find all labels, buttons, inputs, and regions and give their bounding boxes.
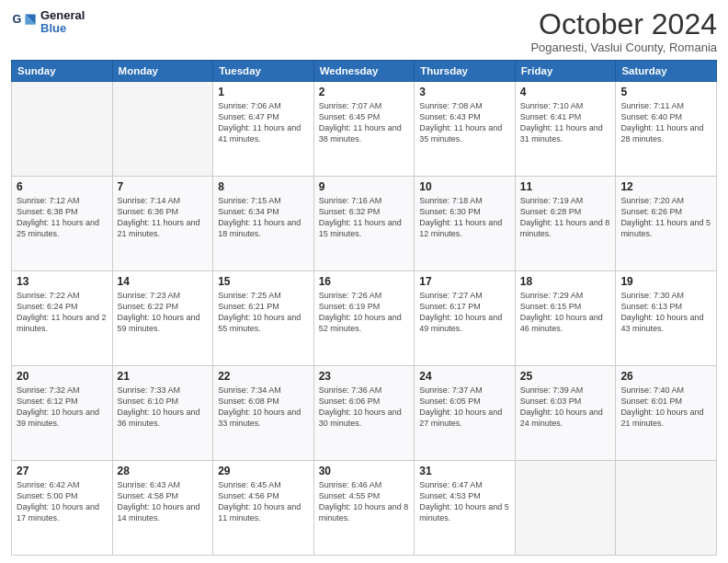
day-header-sunday: Sunday [12, 61, 113, 82]
day-info: Sunrise: 7:16 AM Sunset: 6:32 PM Dayligh… [319, 195, 410, 240]
day-cell: 27Sunrise: 6:42 AM Sunset: 5:00 PM Dayli… [12, 461, 113, 556]
day-info: Sunrise: 7:20 AM Sunset: 6:26 PM Dayligh… [620, 195, 711, 240]
day-number: 20 [17, 370, 108, 383]
day-cell: 24Sunrise: 7:37 AM Sunset: 6:05 PM Dayli… [415, 366, 516, 461]
day-cell: 15Sunrise: 7:25 AM Sunset: 6:21 PM Dayli… [213, 271, 314, 366]
day-info: Sunrise: 7:36 AM Sunset: 6:06 PM Dayligh… [319, 385, 410, 430]
calendar-body: 1Sunrise: 7:06 AM Sunset: 6:47 PM Daylig… [12, 82, 717, 556]
logo-text: General Blue [40, 9, 85, 36]
day-info: Sunrise: 7:33 AM Sunset: 6:10 PM Dayligh… [118, 385, 209, 430]
day-info: Sunrise: 7:39 AM Sunset: 6:03 PM Dayligh… [520, 385, 611, 430]
day-cell: 2Sunrise: 7:07 AM Sunset: 6:45 PM Daylig… [313, 82, 415, 177]
day-info: Sunrise: 6:42 AM Sunset: 5:00 PM Dayligh… [17, 479, 108, 524]
day-info: Sunrise: 7:18 AM Sunset: 6:30 PM Dayligh… [419, 195, 510, 240]
day-number: 11 [520, 180, 611, 193]
day-cell: 7Sunrise: 7:14 AM Sunset: 6:36 PM Daylig… [112, 177, 213, 271]
day-number: 19 [620, 275, 711, 288]
day-number: 29 [218, 465, 309, 477]
day-cell: 12Sunrise: 7:20 AM Sunset: 6:26 PM Dayli… [616, 177, 717, 271]
day-info: Sunrise: 7:37 AM Sunset: 6:05 PM Dayligh… [419, 385, 510, 430]
day-number: 15 [218, 275, 309, 288]
day-cell: 30Sunrise: 6:46 AM Sunset: 4:55 PM Dayli… [313, 461, 415, 556]
week-row-1: 6Sunrise: 7:12 AM Sunset: 6:38 PM Daylig… [12, 177, 717, 271]
day-cell: 16Sunrise: 7:26 AM Sunset: 6:19 PM Dayli… [313, 271, 415, 366]
month-title: October 2024 [530, 9, 717, 39]
header: G General Blue October 2024 Poganesti, V… [11, 9, 717, 54]
day-number: 8 [218, 180, 309, 193]
day-number: 25 [520, 370, 611, 383]
day-number: 6 [17, 180, 108, 193]
week-row-2: 13Sunrise: 7:22 AM Sunset: 6:24 PM Dayli… [12, 271, 717, 366]
day-cell: 21Sunrise: 7:33 AM Sunset: 6:10 PM Dayli… [112, 366, 213, 461]
day-info: Sunrise: 7:30 AM Sunset: 6:13 PM Dayligh… [620, 290, 711, 335]
day-cell [12, 82, 113, 177]
day-info: Sunrise: 7:29 AM Sunset: 6:15 PM Dayligh… [520, 290, 611, 335]
day-header-wednesday: Wednesday [313, 61, 415, 82]
day-number: 17 [419, 275, 510, 288]
calendar-header: SundayMondayTuesdayWednesdayThursdayFrid… [12, 61, 717, 82]
day-info: Sunrise: 6:43 AM Sunset: 4:58 PM Dayligh… [118, 479, 209, 524]
day-cell: 11Sunrise: 7:19 AM Sunset: 6:28 PM Dayli… [515, 177, 616, 271]
day-cell: 31Sunrise: 6:47 AM Sunset: 4:53 PM Dayli… [415, 461, 516, 556]
day-cell: 3Sunrise: 7:08 AM Sunset: 6:43 PM Daylig… [415, 82, 516, 177]
day-info: Sunrise: 7:08 AM Sunset: 6:43 PM Dayligh… [419, 100, 510, 145]
svg-text:G: G [12, 14, 21, 27]
day-number: 26 [620, 370, 711, 383]
day-info: Sunrise: 6:46 AM Sunset: 4:55 PM Dayligh… [319, 479, 410, 524]
day-cell: 9Sunrise: 7:16 AM Sunset: 6:32 PM Daylig… [313, 177, 415, 271]
day-cell: 6Sunrise: 7:12 AM Sunset: 6:38 PM Daylig… [12, 177, 113, 271]
week-row-0: 1Sunrise: 7:06 AM Sunset: 6:47 PM Daylig… [12, 82, 717, 177]
day-number: 31 [419, 465, 510, 477]
day-number: 12 [620, 180, 711, 193]
day-number: 18 [520, 275, 611, 288]
day-cell: 5Sunrise: 7:11 AM Sunset: 6:40 PM Daylig… [616, 82, 717, 177]
location-title: Poganesti, Vaslui County, Romania [530, 40, 717, 54]
week-row-3: 20Sunrise: 7:32 AM Sunset: 6:12 PM Dayli… [12, 366, 717, 461]
day-info: Sunrise: 7:14 AM Sunset: 6:36 PM Dayligh… [118, 195, 209, 240]
day-cell: 23Sunrise: 7:36 AM Sunset: 6:06 PM Dayli… [313, 366, 415, 461]
day-number: 7 [118, 180, 209, 193]
day-info: Sunrise: 7:11 AM Sunset: 6:40 PM Dayligh… [620, 100, 711, 145]
day-cell: 29Sunrise: 6:45 AM Sunset: 4:56 PM Dayli… [213, 461, 314, 556]
day-number: 30 [319, 465, 410, 477]
day-info: Sunrise: 7:40 AM Sunset: 6:01 PM Dayligh… [620, 385, 711, 430]
day-info: Sunrise: 7:26 AM Sunset: 6:19 PM Dayligh… [319, 290, 410, 335]
day-header-monday: Monday [112, 61, 213, 82]
day-info: Sunrise: 7:23 AM Sunset: 6:22 PM Dayligh… [118, 290, 209, 335]
day-number: 10 [419, 180, 510, 193]
day-info: Sunrise: 7:27 AM Sunset: 6:17 PM Dayligh… [419, 290, 510, 335]
page: G General Blue October 2024 Poganesti, V… [0, 0, 728, 563]
day-number: 4 [520, 86, 611, 98]
day-cell: 17Sunrise: 7:27 AM Sunset: 6:17 PM Dayli… [415, 271, 516, 366]
day-number: 23 [319, 370, 410, 383]
day-cell [515, 461, 616, 556]
day-number: 5 [620, 86, 711, 98]
day-number: 14 [118, 275, 209, 288]
day-cell: 10Sunrise: 7:18 AM Sunset: 6:30 PM Dayli… [415, 177, 516, 271]
week-row-4: 27Sunrise: 6:42 AM Sunset: 5:00 PM Dayli… [12, 461, 717, 556]
day-number: 16 [319, 275, 410, 288]
day-info: Sunrise: 7:19 AM Sunset: 6:28 PM Dayligh… [520, 195, 611, 240]
day-header-thursday: Thursday [415, 61, 516, 82]
day-info: Sunrise: 7:34 AM Sunset: 6:08 PM Dayligh… [218, 385, 309, 430]
day-headers-row: SundayMondayTuesdayWednesdayThursdayFrid… [12, 61, 717, 82]
day-cell: 14Sunrise: 7:23 AM Sunset: 6:22 PM Dayli… [112, 271, 213, 366]
day-number: 24 [419, 370, 510, 383]
day-info: Sunrise: 6:45 AM Sunset: 4:56 PM Dayligh… [218, 479, 309, 524]
day-cell: 26Sunrise: 7:40 AM Sunset: 6:01 PM Dayli… [616, 366, 717, 461]
day-info: Sunrise: 7:25 AM Sunset: 6:21 PM Dayligh… [218, 290, 309, 335]
day-header-tuesday: Tuesday [213, 61, 314, 82]
day-info: Sunrise: 7:06 AM Sunset: 6:47 PM Dayligh… [218, 100, 309, 145]
day-number: 22 [218, 370, 309, 383]
calendar-table: SundayMondayTuesdayWednesdayThursdayFrid… [11, 60, 717, 556]
day-info: Sunrise: 7:22 AM Sunset: 6:24 PM Dayligh… [17, 290, 108, 335]
day-cell [112, 82, 213, 177]
day-cell: 4Sunrise: 7:10 AM Sunset: 6:41 PM Daylig… [515, 82, 616, 177]
day-number: 2 [319, 86, 410, 98]
day-cell: 8Sunrise: 7:15 AM Sunset: 6:34 PM Daylig… [213, 177, 314, 271]
day-info: Sunrise: 7:10 AM Sunset: 6:41 PM Dayligh… [520, 100, 611, 145]
day-number: 9 [319, 180, 410, 193]
day-number: 28 [118, 465, 209, 477]
day-cell: 28Sunrise: 6:43 AM Sunset: 4:58 PM Dayli… [112, 461, 213, 556]
day-info: Sunrise: 7:15 AM Sunset: 6:34 PM Dayligh… [218, 195, 309, 240]
